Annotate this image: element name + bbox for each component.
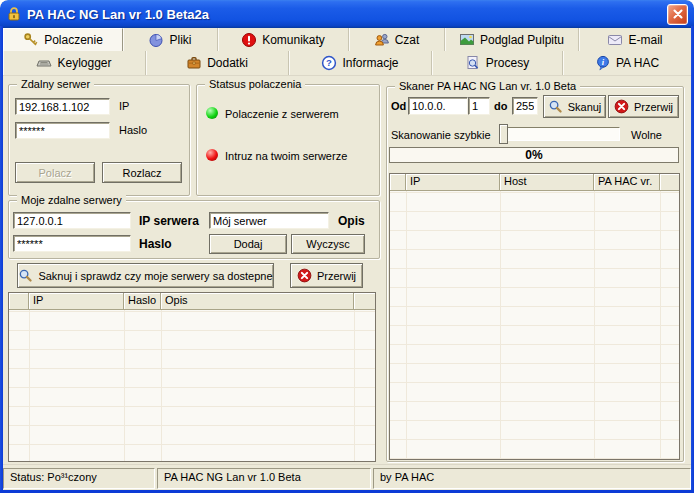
tab-polaczenie[interactable]: Polaczenie (3, 28, 123, 51)
column-header-version[interactable]: PA HAC vr. (594, 174, 660, 191)
table-grid-divider (660, 191, 661, 459)
column-header-host[interactable]: Host (500, 174, 594, 191)
key-icon (23, 32, 39, 48)
my-server-desc-label: Opis (338, 214, 365, 228)
my-server-password-input[interactable] (13, 235, 131, 252)
tab-podglad-pulpitu[interactable]: Podglad Pulpitu (445, 28, 579, 51)
tab-label: Czat (395, 33, 420, 47)
connected-label: Polaczenie z serwerem (225, 108, 339, 120)
tab-keylogger[interactable]: Keylogger (3, 51, 146, 75)
disconnect-button[interactable]: Rozlacz (102, 162, 182, 183)
chat-icon (374, 32, 390, 48)
scan-button-label: Skanuj (568, 101, 602, 113)
tab-informacje[interactable]: ? Informacje (289, 51, 432, 75)
my-server-ip-input[interactable] (13, 212, 131, 229)
connected-led (206, 107, 218, 119)
tab-label: Keylogger (57, 56, 111, 70)
table-grid-divider (29, 310, 30, 461)
column-header[interactable] (660, 174, 679, 191)
desktop-icon (459, 32, 475, 48)
tab-label: E-mail (628, 33, 662, 47)
email-icon (607, 32, 623, 48)
abort-button-label: Przerwij (634, 101, 673, 113)
add-server-button[interactable]: Dodaj (209, 234, 287, 254)
column-header[interactable] (390, 174, 406, 191)
clear-button[interactable]: Wyczysc (291, 234, 365, 254)
scan-abort-button[interactable]: Przerwij (608, 95, 679, 118)
app-window: PA HAC NG Lan vr 1.0 Beta2a Polaczenie P… (0, 0, 694, 493)
group-legend: Statsus polaczenia (205, 77, 305, 91)
my-server-ip-label: IP serwera (139, 214, 199, 228)
tab-email[interactable]: E-mail (579, 28, 691, 51)
tab-label: Informacje (342, 56, 398, 70)
scan-end-input[interactable] (512, 97, 538, 115)
scan-speed-slider-track[interactable] (504, 127, 620, 141)
column-header-ip[interactable]: IP (406, 174, 500, 191)
scan-speed-fast-label: Skanowanie szybkie (391, 129, 491, 141)
tab-dodatki[interactable]: Dodatki (146, 51, 289, 75)
column-header-ip[interactable]: IP (29, 293, 124, 310)
intruder-led (206, 149, 218, 161)
tab-label: Pliki (169, 33, 191, 47)
scan-ip-input[interactable] (408, 97, 468, 115)
tab-label: PA HAC (616, 56, 659, 70)
title-bar[interactable]: PA HAC NG Lan vr 1.0 Beta2a (0, 0, 694, 28)
tab-komunikaty[interactable]: Komunikaty (218, 28, 349, 51)
group-scanner: Skaner PA HAC NG Lan vr. 1.0 Beta Od do … (386, 86, 684, 462)
svg-text:?: ? (327, 57, 333, 68)
briefcase-icon (186, 55, 202, 71)
my-servers-table[interactable]: IP Haslo Opis (8, 292, 376, 462)
scan-start-input[interactable] (468, 97, 490, 115)
column-header-password[interactable]: Haslo (124, 293, 161, 310)
tab-label: Dodatki (207, 56, 248, 70)
tab-procesy[interactable]: Procesy (432, 51, 563, 75)
group-legend: Moje zdalne serwery (17, 193, 126, 207)
scan-speed-slider-thumb[interactable] (499, 124, 508, 144)
remote-ip-label: IP (119, 100, 129, 112)
search-icon (18, 268, 33, 283)
column-header[interactable] (9, 293, 29, 310)
table-grid-divider (500, 191, 501, 459)
table-grid-divider (406, 191, 407, 459)
tab-label: Procesy (486, 56, 529, 70)
group-connection-status: Statsus polaczenia Polaczenie z serwerem… (196, 84, 380, 196)
check-servers-button[interactable]: Saknuj i sprawdz czy moje serwery sa dos… (17, 263, 274, 288)
tab-label: Podglad Pulpitu (480, 33, 564, 47)
close-icon (671, 7, 685, 21)
connect-button[interactable]: Polacz (15, 162, 95, 183)
status-panel-app: PA HAC NG Lan vr 1.0 Beta (157, 468, 371, 489)
check-servers-label: Saknuj i sprawdz czy moje serwery sa dos… (38, 270, 272, 282)
table-grid-divider (354, 310, 355, 461)
table-grid-divider (124, 310, 125, 461)
group-legend: Zdalny serwer (17, 77, 94, 91)
stop-icon (297, 268, 312, 283)
group-my-servers: Moje zdalne serwery IP serwera Opis Hasl… (8, 200, 380, 259)
pie-icon (148, 32, 164, 48)
tab-pa-hac[interactable]: i PA HAC (563, 51, 691, 75)
my-servers-header: IP Haslo Opis (9, 293, 375, 310)
remote-password-input[interactable] (15, 122, 110, 139)
group-legend: Skaner PA HAC NG Lan vr. 1.0 Beta (395, 79, 580, 93)
intruder-label: Intruz na twoim serwerze (225, 150, 347, 162)
window-title: PA HAC NG Lan vr 1.0 Beta2a (27, 7, 667, 22)
check-abort-button[interactable]: Przerwij (290, 263, 363, 288)
tab-pliki[interactable]: Pliki (123, 28, 218, 51)
info-icon: i (595, 55, 611, 71)
scan-results-header: IP Host PA HAC vr. (390, 174, 679, 191)
remote-ip-input[interactable] (15, 98, 110, 115)
tab-label: Komunikaty (262, 33, 325, 47)
status-bar: Status: Po³¹czony PA HAC NG Lan vr 1.0 B… (3, 464, 691, 490)
column-header[interactable] (354, 293, 375, 310)
scan-button[interactable]: Skanuj (543, 95, 606, 118)
search-icon (548, 99, 563, 114)
close-button[interactable] (667, 4, 688, 25)
table-grid-divider (161, 310, 162, 461)
my-server-desc-input[interactable] (209, 212, 329, 229)
lock-icon[interactable] (6, 6, 22, 22)
tab-strip: Polaczenie Pliki Komunikaty Czat Podglad… (3, 28, 691, 76)
column-header-desc[interactable]: Opis (161, 293, 354, 310)
tab-czat[interactable]: Czat (349, 28, 445, 51)
scan-results-table[interactable]: IP Host PA HAC vr. (389, 173, 680, 460)
question-icon: ? (321, 55, 337, 71)
process-icon (465, 55, 481, 71)
